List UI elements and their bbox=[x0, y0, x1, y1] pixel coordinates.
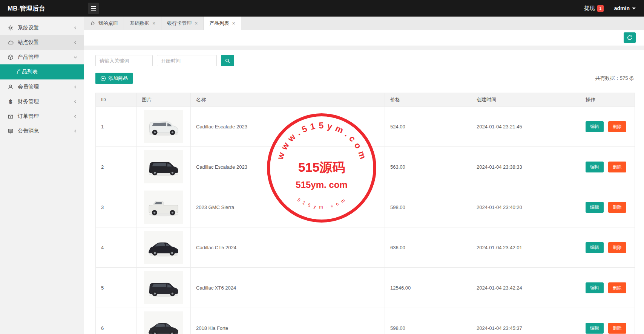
tab-my-desktop[interactable]: 我的桌面 bbox=[84, 17, 124, 30]
delete-button[interactable]: 删除 bbox=[608, 121, 626, 132]
product-id: 6 bbox=[96, 308, 136, 334]
bulletin-icon bbox=[8, 128, 14, 134]
refresh-button[interactable] bbox=[624, 32, 636, 43]
edit-button[interactable]: 编辑 bbox=[586, 282, 604, 293]
person-icon bbox=[8, 84, 14, 90]
product-actions: 编辑 删除 bbox=[580, 227, 635, 268]
table-row: 5 bbox=[96, 268, 635, 308]
edit-button[interactable]: 编辑 bbox=[586, 202, 604, 213]
total-count-text: 共有数据：575 条 bbox=[595, 75, 634, 82]
product-price: 524.00 bbox=[385, 107, 471, 147]
product-id: 1 bbox=[96, 107, 136, 147]
delete-button[interactable]: 删除 bbox=[608, 242, 626, 253]
car-image bbox=[144, 231, 183, 264]
chevron-left-icon bbox=[73, 99, 78, 104]
sidebar-item-site-settings[interactable]: 站点设置 bbox=[0, 35, 84, 50]
svg-text:$: $ bbox=[9, 99, 12, 105]
chevron-left-icon bbox=[73, 114, 78, 119]
car-image bbox=[144, 191, 183, 224]
search-button[interactable] bbox=[221, 55, 234, 66]
table-row: 6 bbox=[96, 308, 635, 334]
chevron-left-icon bbox=[73, 40, 78, 45]
product-photo bbox=[144, 110, 183, 143]
search-icon bbox=[225, 58, 230, 64]
delete-button[interactable]: 删除 bbox=[608, 162, 626, 172]
delete-button[interactable]: 删除 bbox=[608, 323, 626, 334]
sidebar-item-label: 订单管理 bbox=[18, 113, 69, 120]
product-name: Cadillac Escalade 2023 bbox=[191, 147, 385, 187]
sidebar-item-label: 系统设置 bbox=[18, 24, 69, 31]
car-image bbox=[144, 311, 183, 334]
delete-button[interactable]: 删除 bbox=[608, 202, 626, 213]
hamburger-menu-button[interactable] bbox=[88, 3, 99, 14]
product-created-time: 2024-01-04 23:45:37 bbox=[471, 308, 580, 334]
chevron-down-icon bbox=[632, 8, 636, 9]
sidebar-item-system-settings[interactable]: 系统设置 bbox=[0, 20, 84, 35]
sidebar-item-label: 产品管理 bbox=[18, 54, 69, 61]
product-photo bbox=[144, 231, 183, 264]
dollar-icon: $ bbox=[8, 99, 14, 105]
withdraw-button[interactable]: 提现 1 bbox=[584, 5, 604, 12]
header-id: ID bbox=[96, 93, 136, 107]
delete-button[interactable]: 删除 bbox=[608, 282, 626, 293]
home-icon bbox=[90, 21, 95, 26]
header-name: 名称 bbox=[191, 93, 385, 107]
sidebar-item-label: 公告消息 bbox=[18, 128, 69, 134]
car-image bbox=[144, 150, 183, 183]
product-table: ID 图片 名称 价格 创建时间 操作 1 bbox=[95, 93, 635, 334]
product-created-time: 2024-01-04 23:38:33 bbox=[471, 147, 580, 187]
refresh-icon bbox=[627, 35, 633, 41]
package-icon bbox=[8, 113, 14, 119]
tab-bank-card-management[interactable]: 银行卡管理 × bbox=[161, 17, 204, 30]
table-header-row: ID 图片 名称 价格 创建时间 操作 bbox=[96, 93, 635, 107]
product-actions: 编辑 删除 bbox=[580, 147, 635, 187]
car-image bbox=[144, 271, 183, 304]
sidebar-item-order-management[interactable]: 订单管理 bbox=[0, 109, 84, 124]
tab-label: 产品列表 bbox=[209, 20, 229, 27]
product-photo bbox=[144, 150, 183, 183]
product-list-panel: 添加商品 共有数据：575 条 ID 图片 名称 价格 创建时间 操作 bbox=[84, 50, 644, 334]
edit-button[interactable]: 编辑 bbox=[586, 121, 604, 132]
product-actions: 编辑 删除 bbox=[580, 268, 635, 308]
close-icon[interactable]: × bbox=[232, 21, 235, 26]
edit-button[interactable]: 编辑 bbox=[586, 323, 604, 334]
close-icon[interactable]: × bbox=[195, 21, 198, 26]
sidebar-subitem-label: 产品列表 bbox=[17, 69, 38, 75]
sidebar-item-product-list[interactable]: 产品列表 bbox=[0, 64, 84, 79]
app-title: MB-管理后台 bbox=[0, 4, 84, 13]
product-created-time: 2024-01-04 23:21:45 bbox=[471, 107, 580, 147]
edit-button[interactable]: 编辑 bbox=[586, 162, 604, 172]
cube-icon bbox=[8, 54, 14, 60]
sidebar-item-label: 财务管理 bbox=[18, 98, 69, 105]
sidebar-item-announcements[interactable]: 公告消息 bbox=[0, 124, 84, 138]
keyword-input[interactable] bbox=[95, 55, 153, 66]
edit-button[interactable]: 编辑 bbox=[586, 242, 604, 253]
sidebar-item-member-management[interactable]: 会员管理 bbox=[0, 79, 84, 94]
car-image bbox=[144, 110, 183, 143]
product-name: 2018 Kia Forte bbox=[191, 308, 385, 334]
table-row: 3 bbox=[96, 187, 635, 227]
sidebar-item-label: 会员管理 bbox=[18, 84, 69, 90]
tab-basic-data[interactable]: 基础数据 × bbox=[124, 17, 161, 30]
product-actions: 编辑 删除 bbox=[580, 187, 635, 227]
product-price: 598.00 bbox=[385, 187, 471, 227]
user-menu[interactable]: admin bbox=[614, 5, 636, 11]
sidebar-item-product-management[interactable]: 产品管理 bbox=[0, 50, 84, 64]
withdraw-badge: 1 bbox=[597, 5, 604, 12]
start-time-input[interactable] bbox=[157, 55, 217, 66]
add-product-button[interactable]: 添加商品 bbox=[95, 73, 133, 84]
tab-label: 基础数据 bbox=[130, 20, 149, 27]
product-price: 12546.00 bbox=[385, 268, 471, 308]
close-icon[interactable]: × bbox=[152, 21, 155, 26]
product-id: 2 bbox=[96, 147, 136, 187]
header-image: 图片 bbox=[136, 93, 191, 107]
chevron-left-icon bbox=[73, 26, 78, 30]
page-toolbar bbox=[84, 30, 644, 46]
product-price: 598.00 bbox=[385, 308, 471, 334]
product-price: 636.00 bbox=[385, 227, 471, 268]
product-created-time: 2024-01-04 23:42:24 bbox=[471, 268, 580, 308]
tab-product-list[interactable]: 产品列表 × bbox=[204, 17, 241, 30]
sidebar: 系统设置 站点设置 产品管理 产品列表 会员管理 bbox=[0, 17, 84, 334]
sidebar-item-finance-management[interactable]: $ 财务管理 bbox=[0, 94, 84, 109]
product-name: Cadillac XT6 2024 bbox=[191, 268, 385, 308]
